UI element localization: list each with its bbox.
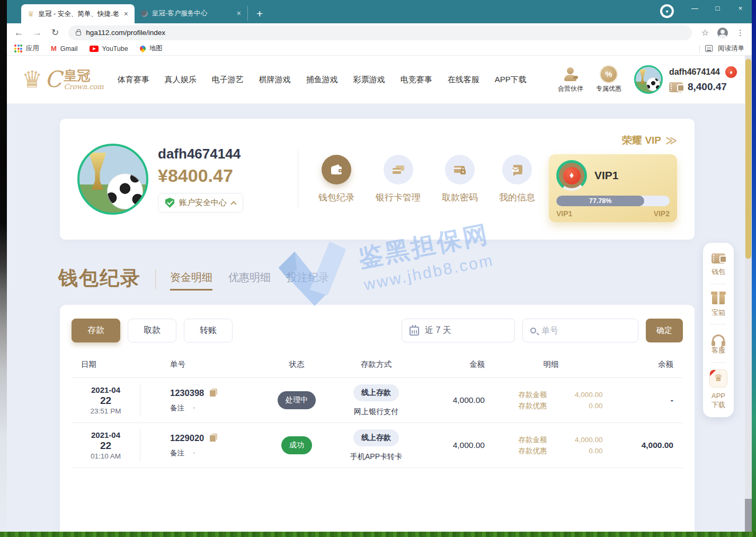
page-scrollbar[interactable] (745, 56, 752, 532)
site-logo[interactable]: ♛ C 皇冠 Crown.com (22, 69, 104, 90)
bookmark-star-icon[interactable]: ☆ (701, 28, 709, 38)
sidebar-item-treasure[interactable]: 宝箱 (711, 291, 725, 318)
tab-promo-details[interactable]: 优惠明细 (228, 270, 271, 290)
browser-tab-bar: ♛ 皇冠 - 安全、简单、快捷.老品牌 × 皇冠-客户服务中心 × + ▾ — … (7, 0, 752, 23)
detail-cell: 存款金额4,000.00 存款优惠0.00 (493, 434, 609, 456)
bookmark-maps[interactable]: 地图 (140, 44, 163, 53)
filter-withdraw-button[interactable]: 取款 (128, 319, 176, 342)
tab-title: 皇冠 - 安全、简单、快捷.老品牌 (39, 10, 119, 19)
action-bank-cards[interactable]: 银行卡管理 (376, 155, 421, 204)
profile-actions: 钱包纪录 银行卡管理 取款密码 (318, 155, 535, 204)
wallet-records-card: 存款 取款 转账 近 7 天 确定 日期 (60, 305, 695, 532)
logo-initial: C (45, 71, 61, 89)
nav-app-download[interactable]: APP下载 (495, 75, 527, 85)
header-user[interactable]: dafh4674144 ♦ 8,400.47 (634, 65, 737, 94)
back-icon[interactable]: ← (14, 28, 23, 37)
nav-board-games[interactable]: 棋牌游戏 (259, 75, 291, 85)
sidebar-item-app-download[interactable]: ♛ APP下载 (709, 369, 727, 410)
bank-card-icon (384, 155, 413, 184)
bookmark-gmail[interactable]: M Gmail (51, 45, 78, 52)
caret-down-icon: ▾ (662, 6, 672, 16)
filter-deposit-button[interactable]: 存款 (72, 319, 120, 342)
wallet-section-head: 钱包纪录 资金明细 优惠明细 投注纪录 (58, 265, 329, 292)
maximize-button[interactable]: □ (706, 0, 729, 16)
crown-logo-icon: ♛ (22, 69, 42, 90)
browser-badge-button[interactable]: ▾ (660, 4, 674, 18)
nav-customer-service[interactable]: 在线客服 (448, 75, 479, 85)
profile-username: dafh4674144 (158, 146, 285, 162)
nav-sports[interactable]: 体育赛事 (118, 75, 149, 85)
action-withdraw-password[interactable]: 取款密码 (442, 155, 478, 204)
vip-diamond-badge-icon: ♦ (725, 66, 737, 78)
window-controls: — □ × (683, 0, 752, 16)
wallet-records-icon (322, 155, 351, 184)
sidebar-item-service[interactable]: 客服 (711, 331, 725, 355)
method-name: 手机APP卡转卡 (350, 452, 402, 462)
order-search-input[interactable] (541, 326, 621, 336)
nav-live-casino[interactable]: 真人娱乐 (165, 75, 197, 85)
tab-inactive[interactable]: 皇冠-客户服务中心 × (135, 6, 248, 21)
floating-sidebar: 钱包 宝箱 客服 ♛ APP下载 (703, 243, 734, 417)
order-search-box[interactable] (522, 319, 638, 342)
tab-bet-records[interactable]: 投注纪录 (287, 270, 329, 290)
tab-close-icon[interactable]: × (236, 9, 242, 17)
copy-icon[interactable] (209, 389, 217, 397)
maps-pin-icon (138, 45, 147, 53)
promo-link[interactable]: % 专属优惠 (596, 66, 621, 93)
note-value: - (193, 448, 195, 458)
nav-slots[interactable]: 电子游艺 (212, 75, 244, 85)
new-tab-button[interactable]: + (256, 8, 263, 19)
user-avatar[interactable] (634, 65, 663, 94)
browser-toolbar: ← → ↻ hga112.com/profile/index ☆ ⋮ (7, 23, 752, 42)
bookmark-apps[interactable]: 应用 (14, 44, 39, 53)
sidebar-item-wallet[interactable]: 钱包 (711, 253, 725, 277)
my-info-icon (502, 155, 532, 184)
confirm-button[interactable]: 确定 (646, 319, 683, 342)
nav-esports[interactable]: 电竞赛事 (401, 75, 432, 85)
menu-dots-icon[interactable]: ⋮ (736, 28, 744, 38)
tab-fund-details[interactable]: 资金明细 (170, 270, 212, 290)
reading-list[interactable]: 阅读清单 (699, 44, 744, 53)
tab-close-icon[interactable]: × (123, 10, 129, 18)
wallet-icon (669, 82, 683, 92)
wallet-icon (711, 253, 725, 263)
profile-avatar (77, 144, 148, 215)
vip-diamond-icon: ♦ (563, 167, 581, 184)
date-range-picker[interactable]: 近 7 天 (402, 319, 515, 342)
vip-header-link[interactable]: 荣耀 VIP ≫ (622, 134, 677, 147)
logo-text: 皇冠 (64, 69, 104, 82)
nav-lottery[interactable]: 彩票游戏 (353, 75, 385, 85)
scrollbar-thumb[interactable] (745, 59, 751, 259)
url-bar[interactable]: hga112.com/profile/index (68, 25, 691, 40)
vip-level-to: VIP2 (654, 209, 670, 218)
background-window-strip (0, 0, 7, 532)
action-my-info[interactable]: 我的信息 (499, 155, 535, 204)
bookmark-youtube[interactable]: YouTube (90, 45, 128, 52)
percent-badge-icon: % (601, 66, 617, 82)
trophy-art (89, 153, 106, 190)
header-username: dafh4674144 (669, 67, 720, 77)
vip-card[interactable]: ♦ VIP1 77.78% VIP1 VIP2 (549, 154, 677, 222)
nav-fishing[interactable]: 捕鱼游戏 (306, 75, 338, 85)
method-tag: 线上存款 (353, 384, 399, 401)
security-center-button[interactable]: 账户安全中心 (158, 193, 243, 213)
forward-icon[interactable]: → (33, 28, 42, 37)
divider (710, 284, 726, 284)
crown-favicon: ♛ (28, 10, 34, 17)
action-wallet-records[interactable]: 钱包纪录 (318, 155, 354, 204)
tab-active[interactable]: ♛ 皇冠 - 安全、简单、快捷.老品牌 × (21, 4, 135, 23)
copy-icon[interactable] (209, 434, 217, 442)
table-row: 2021-04 22 01:10 AM 1229020 备注 - (72, 423, 683, 468)
trophy-art (639, 69, 646, 84)
filter-transfer-button[interactable]: 转账 (184, 319, 233, 342)
profile-card: dafh4674144 ¥8400.47 账户安全中心 钱包纪录 (60, 119, 695, 240)
profile-avatar-icon[interactable] (717, 28, 728, 38)
profile-balance: ¥8400.47 (158, 165, 285, 186)
close-button[interactable]: × (729, 0, 752, 16)
minimize-button[interactable]: — (683, 0, 706, 16)
headset-icon (712, 334, 725, 342)
refresh-icon[interactable]: ↻ (51, 28, 59, 37)
bookmarks-bar: 应用 M Gmail YouTube 地图 阅读清单 (7, 42, 752, 56)
detail-cell: 存款金额4,000.00 存款优惠0.00 (493, 389, 609, 411)
partner-link[interactable]: 合营伙伴 (558, 66, 583, 93)
